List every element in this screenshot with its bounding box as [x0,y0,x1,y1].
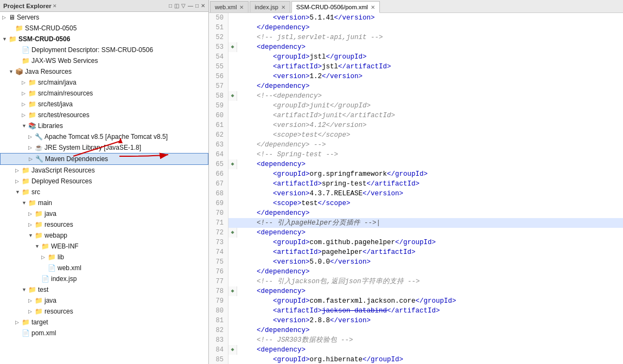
tab-web-xml[interactable]: web.xml ✕ [210,1,249,12]
line-code: <groupId>jstl</groupId> [237,52,623,62]
code-editor[interactable]: 50 <version>5.1.41</version>51 </depende… [209,13,623,364]
view-menu-icon[interactable]: ▽ [181,3,186,9]
tab-close-icon[interactable]: ✕ [239,4,244,10]
line-number: 85 [209,355,228,364]
tree-item-js-resources[interactable]: ▷ 📁 JavaScript Resources [0,165,208,176]
line-number: 76 [209,267,228,277]
tree-item-ssm0505[interactable]: 📁 SSM-CRUD-0505 [0,23,208,34]
tree-item-src-main-java[interactable]: ▷ 📁 src/main/java [0,77,208,88]
tree-item-ssm0506[interactable]: ▼ 📁 SSM-CRUD-0506 [0,34,208,44]
tab-index-jsp[interactable]: index.jsp ✕ [250,1,290,12]
tree-item-src[interactable]: ▼ 📁 src [0,187,208,197]
tree-item-libraries[interactable]: ▼ 📚 Libraries [0,120,208,131]
line-code: <dependency> [237,345,623,355]
split-icon[interactable]: ◫ [174,3,179,9]
tree-item-index-jsp[interactable]: 📄 index.jsp [0,273,208,284]
folder-icon: 📁 [35,220,43,229]
line-number: 78 [209,286,228,296]
toggle-icon: ▷ [28,132,35,142]
tree-item-jre[interactable]: ▷ ☕ JRE System Library [JavaSE-1.8] [0,142,208,153]
code-line: 55 <artifactId>jstl</artifactId> [209,62,623,72]
line-number: 79 [209,296,228,306]
toggle-icon: ▷ [22,78,28,87]
tab-close-icon[interactable]: ✕ [281,4,285,10]
code-line: 74 <artifactId>pagehelper</artifactId> [209,247,623,257]
tree-item-webinf[interactable]: ▼ 📁 WEB-INF [0,241,208,252]
tree-item-main[interactable]: ▼ 📁 main [0,197,208,208]
tab-close-icon[interactable]: ✕ [371,4,375,10]
code-line: 61 <version>4.12</version> [209,120,623,130]
line-number: 66 [209,169,228,179]
line-code: <!-- 引入jackson包,返回json字符串的支持 --> [237,277,623,286]
maximize-icon[interactable]: □ [195,3,199,9]
tree-item-web-xml[interactable]: 📄 web.xml [0,263,208,273]
folder-icon: 📁 [28,88,36,98]
line-code: <!-- Spring-test --> [237,150,623,159]
code-line: 78◆ <dependency> [209,286,623,296]
tree-item-servers[interactable]: ▷ 🖥 Servers [0,12,208,23]
tree-item-jaxws[interactable]: 📁 JAX-WS Web Services [0,55,208,66]
tree-item-src-test-java[interactable]: ▷ 📁 src/test/java [0,99,208,110]
tree-label: target [31,317,48,327]
tree-item-src-test-res[interactable]: ▷ 📁 src/test/resources [0,110,208,120]
tree-item-target[interactable]: ▷ 📁 target [0,317,208,328]
tree-item-deployment[interactable]: 📄 Deployment Descriptor: SSM-CRUD-0506 [0,44,208,55]
line-code: <!--<dependency> [237,91,623,101]
tree-label: SSM-CRUD-0506 [18,34,70,44]
code-line: 59 <groupId>junit</groupId> [209,101,623,111]
code-line: 73 <groupId>com.github.pagehelper</group… [209,238,623,247]
tree-item-test[interactable]: ▼ 📁 test [0,284,208,295]
line-number: 52 [209,33,228,42]
code-line: 50 <version>5.1.41</version> [209,13,623,23]
line-code: <version>4.12</version> [237,120,623,130]
close-icon[interactable]: ✕ [201,3,205,9]
code-line: 54 <groupId>jstl</groupId> [209,52,623,62]
code-line: 57 </dependency> [209,81,623,91]
tree-item-pom-xml[interactable]: 📄 pom.xml [0,328,208,339]
code-line: 71 <!-- 引入pageHelper分页插件 -->| [209,218,623,228]
toggle-icon: ▼ [22,121,28,131]
line-number: 75 [209,257,228,267]
minimize2-icon[interactable]: — [188,3,193,9]
tree-item-deployed[interactable]: ▷ 📁 Deployed Resources [0,176,208,187]
tree-item-src-main-res[interactable]: ▷ 📁 src/main/resources [0,88,208,99]
line-code: <artifactId>jstl</artifactId> [237,62,623,72]
line-number: 53 [209,42,228,52]
tab-pom-xml[interactable]: SSM-CRUD-0506/pom.xml ✕ [291,1,380,13]
tree-label: webapp [44,231,67,240]
code-line: 62 <scope>test</scope> [209,130,623,140]
line-gutter: ◆ [228,42,237,52]
toggle-icon: ▼ [2,34,9,44]
tree-item-webapp[interactable]: ▼ 📁 webapp [0,230,208,241]
folder-icon: 📁 [22,176,30,186]
tree-item-lib[interactable]: ▷ 📁 lib [0,252,208,263]
line-number: 72 [209,228,228,238]
line-number: 77 [209,277,228,286]
tree-item-test-resources[interactable]: ▷ 📁 resources [0,306,208,317]
tree-item-java[interactable]: ▷ 📁 java [0,208,208,219]
code-line: 65◆ <dependency> [209,159,623,169]
toggle-icon: ▷ [22,99,28,109]
tree-item-maven[interactable]: ▷ 🔧 Maven Dependencies [0,153,208,165]
tree-item-resources[interactable]: ▷ 📁 resources [0,219,208,230]
code-line: 67 <artifactId>spring-test</artifactId> [209,179,623,189]
tree-item-test-java[interactable]: ▷ 📁 java [0,295,208,306]
tree-label: Deployed Resources [31,176,92,186]
code-line: 84◆ <dependency> [209,345,623,355]
code-line: 63 </dependency> --> [209,140,623,150]
toggle-icon: ▷ [15,176,22,186]
pom-icon: 📄 [22,328,30,338]
minimize-icon[interactable]: □ [169,3,172,9]
toggle-icon: ▷ [41,252,48,262]
line-code: <dependency> [237,228,623,238]
tree-label: Deployment Descriptor: SSM-CRUD-0506 [31,45,153,55]
tree-item-java-resources[interactable]: ▼ 📦 Java Resources [0,66,208,77]
xml-icon: 📄 [48,263,56,273]
line-number: 64 [209,150,228,159]
line-code: <groupId>com.github.pagehelper</groupId> [237,238,623,247]
line-gutter: ◆ [228,286,237,296]
folder-icon: 📁 [35,306,43,316]
line-code: </dependency> [237,267,623,277]
tree-item-tomcat[interactable]: ▷ 🔧 Apache Tomcat v8.5 [Apache Tomcat v8… [0,131,208,142]
tomcat-icon: 🔧 [35,132,43,142]
